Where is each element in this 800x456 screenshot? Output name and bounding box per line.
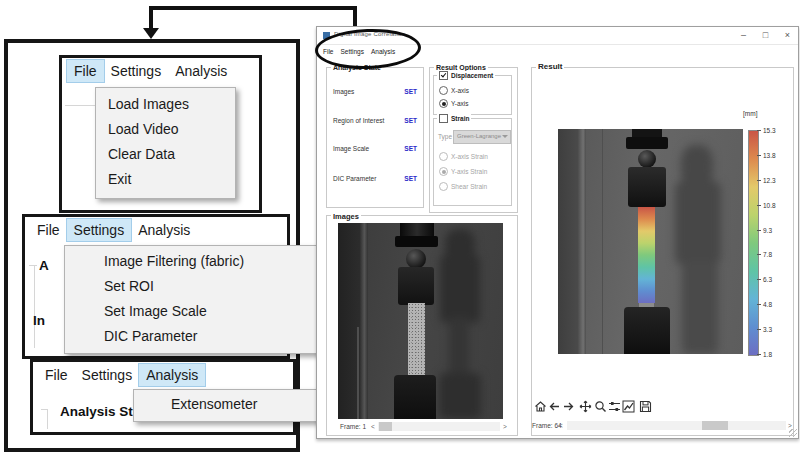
specimen-image xyxy=(338,223,503,419)
menu-item-clear-data[interactable]: Clear Data xyxy=(108,142,235,167)
menu-settings[interactable]: Settings xyxy=(67,219,132,241)
grip-ring xyxy=(406,249,426,269)
subplots-icon[interactable] xyxy=(608,400,621,413)
forward-icon[interactable] xyxy=(562,400,575,413)
scroll-right-arrow[interactable]: > xyxy=(503,423,507,430)
displacement-label: Displacement xyxy=(451,72,493,79)
frame-label: Frame: 64 xyxy=(532,422,562,429)
connector-line-horizontal xyxy=(149,6,357,10)
zoom-icon[interactable] xyxy=(594,400,607,413)
background-groupbox-line xyxy=(65,105,95,106)
menu-item-extensometer[interactable]: Extensometer xyxy=(171,392,321,417)
menu-item-load-images[interactable]: Load Images xyxy=(108,92,235,117)
x-axis-option[interactable]: X-axis xyxy=(439,86,469,95)
y-axis-label: Y-axis xyxy=(451,100,468,107)
y-axis-option[interactable]: Y-axis xyxy=(439,99,468,108)
state-row-dic: DIC Parameter SET xyxy=(333,175,417,184)
y-axis-radio[interactable] xyxy=(439,99,448,108)
settings-menu-dropdown: Image Filtering (fabric) Set ROI Set Ima… xyxy=(64,245,319,354)
upper-clamp xyxy=(628,167,666,207)
menu-item-set-image-scale[interactable]: Set Image Scale xyxy=(104,299,318,324)
frame-label: Frame: 1 xyxy=(340,423,366,430)
shear-strain-radio[interactable] xyxy=(439,182,448,191)
tick-label: 7.8 xyxy=(763,251,772,258)
images-title: Images xyxy=(331,212,361,221)
menu-item-set-roi[interactable]: Set ROI xyxy=(104,274,318,299)
app-window: Digital Image Correlation – □ × File Set… xyxy=(316,26,799,439)
grip-collar xyxy=(395,236,438,247)
y-strain-radio[interactable] xyxy=(439,167,448,176)
home-icon[interactable] xyxy=(534,400,547,413)
x-axis-label: X-axis xyxy=(451,87,469,94)
file-menu-mockup: File Settings Analysis Load Images Load … xyxy=(59,55,262,213)
x-axis-radio[interactable] xyxy=(439,86,448,95)
machine-column xyxy=(558,129,586,354)
state-row-roi: Region of Interest SET xyxy=(333,117,417,126)
strain-checkbox[interactable] xyxy=(439,114,448,123)
settings-menu-mockup: File Settings Analysis A In Image Filter… xyxy=(22,214,290,359)
close-button[interactable]: × xyxy=(779,28,796,42)
set-button[interactable]: SET xyxy=(404,145,417,152)
lower-clamp xyxy=(394,375,436,419)
set-button[interactable]: SET xyxy=(404,117,417,124)
result-options-title: Result Options xyxy=(434,64,488,71)
menu-item-load-video[interactable]: Load Video xyxy=(108,117,235,142)
scrollbar-thumb[interactable] xyxy=(702,421,728,430)
connector-line-left xyxy=(149,6,153,29)
result-options-group: Result Options Displacement X-axis Y-axi… xyxy=(429,67,518,213)
customize-plot-icon[interactable] xyxy=(622,400,635,413)
back-icon[interactable] xyxy=(548,400,561,413)
scrollbar-thumb[interactable] xyxy=(379,422,392,431)
maximize-button[interactable]: □ xyxy=(757,28,774,42)
file-menu-dropdown: Load Images Load Video Clear Data Exit xyxy=(95,87,236,199)
menu-file[interactable]: File xyxy=(30,219,67,241)
strain-type-select[interactable]: Green-Lagrange xyxy=(453,130,511,144)
menu-item-image-filtering[interactable]: Image Filtering (fabric) xyxy=(104,249,318,274)
displacement-colormap-specimen xyxy=(638,207,655,303)
tick-label: 15.3 xyxy=(763,127,776,134)
menubar: File Settings Analysis xyxy=(62,58,259,84)
type-label: Type xyxy=(438,133,452,140)
strain-groupbox: Strain Type Green-Lagrange X-axis Strain… xyxy=(433,118,512,206)
pan-icon[interactable] xyxy=(579,400,592,413)
y-strain-label: Y-axis Strain xyxy=(451,168,487,175)
menu-item-exit[interactable]: Exit xyxy=(108,167,235,192)
menu-analysis[interactable]: Analysis xyxy=(131,219,197,241)
state-label: Image Scale xyxy=(333,145,369,152)
state-row-images: Images SET xyxy=(333,88,417,97)
x-strain-radio[interactable] xyxy=(439,152,448,161)
set-button[interactable]: SET xyxy=(404,88,417,95)
background-text-analysis-state: A xyxy=(39,258,49,273)
strain-label: Strain xyxy=(451,115,469,122)
background-text-analysis-state: Analysis St xyxy=(60,404,133,419)
figure: File Settings Analysis Load Images Load … xyxy=(0,0,800,456)
lower-clamp xyxy=(624,307,670,354)
frame-scrollbar[interactable] xyxy=(567,421,786,430)
menu-analysis[interactable]: Analysis xyxy=(139,364,205,386)
menu-file[interactable]: File xyxy=(67,60,104,82)
displacement-checkbox[interactable] xyxy=(439,71,448,80)
state-row-scale: Image Scale SET xyxy=(333,145,417,154)
scroll-right-arrow[interactable]: > xyxy=(788,422,792,429)
frame-scrollbar[interactable] xyxy=(378,422,500,431)
y-strain-option[interactable]: Y-axis Strain xyxy=(439,167,487,176)
scroll-left-arrow[interactable]: < xyxy=(559,422,563,429)
menu-analysis[interactable]: Analysis xyxy=(168,60,234,82)
machine-column xyxy=(338,223,368,419)
menu-file[interactable]: File xyxy=(38,364,75,386)
result-image xyxy=(558,129,743,354)
menu-settings[interactable]: Settings xyxy=(75,364,140,386)
scroll-left-arrow[interactable]: < xyxy=(371,423,375,430)
minimize-button[interactable]: – xyxy=(735,28,752,42)
strain-type-value: Green-Lagrange xyxy=(457,133,501,139)
save-icon[interactable] xyxy=(639,400,652,413)
set-button[interactable]: SET xyxy=(404,175,417,182)
x-strain-option[interactable]: X-axis Strain xyxy=(439,152,488,161)
result-group: Result [mm] 15.3 xyxy=(531,67,794,436)
menu-item-dic-parameter[interactable]: DIC Parameter xyxy=(104,324,318,349)
resize-grip[interactable] xyxy=(789,429,797,437)
menu-settings[interactable]: Settings xyxy=(104,60,169,82)
tick-label: 1.8 xyxy=(763,351,772,358)
shear-strain-option[interactable]: Shear Strain xyxy=(439,182,487,191)
images-group: Images Frame: 1 < xyxy=(326,215,518,436)
